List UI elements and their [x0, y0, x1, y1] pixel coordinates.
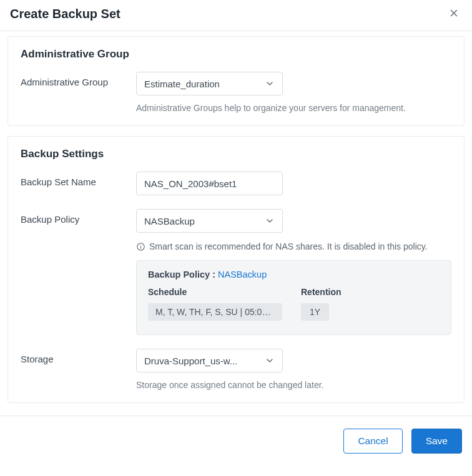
helper-storage: Storage once assigned cannot be changed …	[136, 380, 451, 390]
label-storage: Storage	[21, 349, 136, 364]
policy-retention-chip: 1Y	[301, 303, 329, 321]
chevron-down-icon	[265, 79, 275, 89]
section-title-backup: Backup Settings	[21, 148, 451, 160]
policy-card-prefix: Backup Policy :	[148, 270, 218, 279]
panel-backup-settings: Backup Settings Backup Set Name Backup P…	[7, 136, 465, 403]
svg-point-2	[140, 245, 141, 245]
policy-card-link[interactable]: NASBackup	[218, 270, 267, 279]
policy-col-schedule: Schedule M, T, W, TH, F, S, SU | 05:00 .…	[148, 287, 288, 323]
row-backup-name: Backup Set Name	[21, 172, 451, 195]
policy-info-line: Smart scan is recommended for NAS shares…	[136, 241, 451, 251]
label-admin-group: Administrative Group	[21, 72, 136, 87]
save-button[interactable]: Save	[411, 429, 462, 454]
row-admin-group: Administrative Group Estimate_duration A…	[21, 72, 451, 113]
policy-schedule-head: Schedule	[148, 287, 288, 297]
row-storage: Storage Druva-Support_us-w... Storage on…	[21, 349, 451, 390]
policy-card-header: Backup Policy : NASBackup	[148, 270, 440, 279]
policy-schedule-chip: M, T, W, TH, F, S, SU | 05:00 ...	[148, 303, 282, 321]
policy-info-text: Smart scan is recommended for NAS shares…	[149, 241, 428, 251]
select-backup-policy-value: NASBackup	[144, 216, 195, 226]
select-storage[interactable]: Druva-Support_us-w...	[136, 349, 283, 372]
select-admin-group-value: Estimate_duration	[144, 79, 220, 89]
row-backup-policy: Backup Policy NASBackup Smart scan is re…	[21, 209, 451, 335]
label-backup-name: Backup Set Name	[21, 172, 136, 187]
select-admin-group[interactable]: Estimate_duration	[136, 72, 283, 95]
label-backup-policy: Backup Policy	[21, 209, 136, 225]
policy-retention-head: Retention	[301, 287, 370, 297]
modal-title: Create Backup Set	[10, 7, 120, 21]
chevron-down-icon	[265, 356, 275, 366]
modal-header: Create Backup Set	[0, 0, 472, 31]
policy-details-card: Backup Policy : NASBackup Schedule M, T,…	[136, 260, 451, 335]
helper-admin-group: Administrative Groups help to organize y…	[136, 103, 451, 113]
select-backup-policy[interactable]: NASBackup	[136, 209, 283, 233]
section-title-admin: Administrative Group	[21, 48, 451, 61]
policy-grid: Schedule M, T, W, TH, F, S, SU | 05:00 .…	[148, 287, 440, 323]
chevron-down-icon	[265, 216, 275, 226]
policy-col-retention: Retention 1Y	[301, 287, 370, 323]
input-backup-name[interactable]	[136, 172, 283, 195]
close-button[interactable]	[446, 5, 462, 23]
modal-body: Administrative Group Administrative Grou…	[0, 36, 472, 415]
modal-footer: Cancel Save	[0, 415, 472, 465]
panel-admin-group: Administrative Group Administrative Grou…	[7, 36, 465, 126]
cancel-button[interactable]: Cancel	[343, 429, 402, 454]
close-icon	[448, 11, 460, 21]
info-icon	[136, 242, 145, 251]
select-storage-value: Druva-Support_us-w...	[144, 356, 237, 366]
